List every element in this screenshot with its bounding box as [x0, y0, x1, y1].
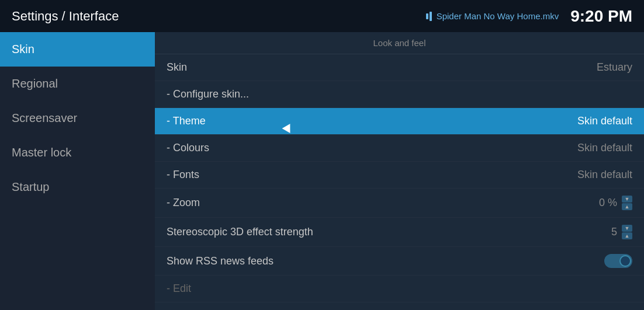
theme-label: - Theme [167, 115, 206, 127]
sidebar-item-master-lock[interactable]: Master lock [0, 135, 155, 170]
sidebar: Skin Regional Screensaver Master lock St… [0, 32, 155, 310]
rss-label: Show RSS news feeds [167, 255, 273, 267]
bar1 [426, 13, 428, 19]
settings-row-zoom[interactable]: - Zoom 0 % ▼ ▲ [155, 189, 644, 218]
media-filename: Spider Man No Way Home.mkv [437, 11, 559, 21]
edit-row[interactable]: - Edit [155, 276, 644, 302]
main-layout: Skin Regional Screensaver Master lock St… [0, 32, 644, 310]
content-area: Look and feel Skin Estuary - Configure s… [155, 32, 644, 310]
settings-row-colours[interactable]: - Colours Skin default [155, 135, 644, 162]
sidebar-item-regional[interactable]: Regional [0, 67, 155, 101]
settings-row-stereoscopic[interactable]: Stereoscopic 3D effect strength 5 ▼ ▲ [155, 218, 644, 247]
clock: 9:20 PM [570, 7, 632, 26]
theme-value: Skin default [577, 115, 632, 127]
toggle-knob [619, 255, 631, 267]
colours-label: - Colours [167, 142, 209, 154]
sidebar-item-screensaver[interactable]: Screensaver [0, 101, 155, 135]
zoom-spinners[interactable]: ▼ ▲ [622, 196, 632, 210]
reset-area: Reset above settings to default [155, 305, 644, 310]
settings-list: Skin Estuary - Configure skin... - Theme… [155, 54, 644, 276]
zoom-value: 0 % ▼ ▲ [599, 196, 632, 210]
settings-row-skin[interactable]: Skin Estuary [155, 54, 644, 81]
stereoscopic-label: Stereoscopic 3D effect strength [167, 226, 313, 238]
now-playing: Spider Man No Way Home.mkv [426, 11, 559, 21]
stereoscopic-down-button[interactable]: ▼ [622, 225, 632, 232]
rss-toggle-container [604, 254, 632, 268]
section-title: Look and feel [155, 32, 644, 54]
page-title: Settings / Interface [12, 9, 119, 24]
settings-row-fonts[interactable]: - Fonts Skin default [155, 162, 644, 189]
zoom-label: - Zoom [167, 197, 200, 209]
bar2 [430, 12, 432, 21]
app-header: Settings / Interface Spider Man No Way H… [0, 0, 644, 32]
skin-value: Estuary [597, 61, 632, 74]
zoom-up-button[interactable]: ▲ [622, 203, 632, 210]
rss-toggle[interactable] [604, 254, 632, 268]
fonts-label: - Fonts [167, 169, 199, 181]
skin-label: Skin [167, 61, 187, 74]
stereoscopic-spinners[interactable]: ▼ ▲ [622, 225, 632, 239]
header-right: Spider Man No Way Home.mkv 9:20 PM [426, 7, 632, 26]
fonts-value: Skin default [577, 169, 632, 181]
settings-row-configure-skin[interactable]: - Configure skin... [155, 81, 644, 108]
stereoscopic-value: 5 ▼ ▲ [611, 225, 632, 239]
sidebar-item-startup[interactable]: Startup [0, 170, 155, 204]
sidebar-item-skin[interactable]: Skin [0, 32, 155, 67]
settings-row-rss[interactable]: Show RSS news feeds [155, 247, 644, 276]
colours-value: Skin default [577, 142, 632, 154]
media-icon [426, 12, 432, 21]
zoom-down-button[interactable]: ▼ [622, 196, 632, 203]
settings-row-theme[interactable]: - Theme Skin default [155, 108, 644, 135]
stereoscopic-up-button[interactable]: ▲ [622, 232, 632, 239]
configure-skin-label: - Configure skin... [167, 88, 249, 100]
